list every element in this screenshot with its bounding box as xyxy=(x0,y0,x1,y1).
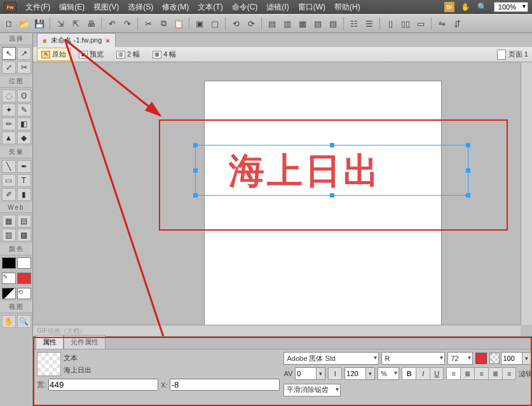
object-name[interactable]: 海上日出 xyxy=(64,365,92,375)
align2-icon[interactable]: ▥ xyxy=(281,17,294,30)
canvas[interactable]: 海上日出 xyxy=(33,62,521,325)
align-center-button[interactable]: ≣ xyxy=(460,367,474,380)
rect-tool[interactable]: ▭ xyxy=(2,174,16,187)
bucket-tool[interactable]: ▲ xyxy=(2,132,16,144)
tab-properties[interactable]: 属性 xyxy=(36,335,64,349)
align5-icon[interactable]: ▨ xyxy=(327,17,339,30)
view-2up[interactable]: ▥2 幅 xyxy=(112,48,144,61)
distribute2-icon[interactable]: ☰ xyxy=(363,17,376,30)
kerning-input[interactable] xyxy=(295,367,317,380)
ungroup-icon[interactable]: ▢ xyxy=(208,17,221,30)
undo-icon[interactable]: ↶ xyxy=(106,17,118,30)
align1-icon[interactable]: ▤ xyxy=(266,17,278,30)
show-slice-tool[interactable]: ▩ xyxy=(17,229,31,241)
menu-command[interactable]: 命令(C) xyxy=(232,2,258,13)
menu-filter[interactable]: 滤镜(I) xyxy=(266,2,289,13)
pages-icon[interactable]: ▯▯ xyxy=(399,17,412,30)
hand-tool[interactable]: ✋ xyxy=(2,315,16,328)
line-tool[interactable]: ╲ xyxy=(2,160,16,173)
bold-button[interactable]: B xyxy=(402,367,416,380)
hand-icon[interactable]: ✋ xyxy=(461,2,471,12)
align4-icon[interactable]: ▧ xyxy=(311,17,324,30)
copy-icon[interactable]: ⧉ xyxy=(157,17,170,30)
marquee-tool[interactable]: ◌ xyxy=(2,90,16,102)
document-tab[interactable]: ■ 未命名 -1.fw.png × xyxy=(37,33,116,47)
stroke-picker[interactable] xyxy=(17,257,31,269)
menu-select[interactable]: 选择(S) xyxy=(128,2,153,13)
text-tool[interactable]: T xyxy=(17,174,31,187)
text-color-swatch[interactable] xyxy=(475,353,487,364)
swap-colors[interactable]: ⟲ xyxy=(17,288,31,299)
leading-input[interactable] xyxy=(344,367,366,380)
fill-swatch[interactable] xyxy=(17,273,31,284)
import-icon[interactable]: ⇲ xyxy=(54,17,67,30)
page-label[interactable]: 页面 1 xyxy=(508,50,528,59)
states-icon[interactable]: ▭ xyxy=(414,17,427,30)
italic-button[interactable]: I xyxy=(416,367,430,380)
export-icon[interactable]: ⇱ xyxy=(69,17,82,30)
default-colors[interactable] xyxy=(2,288,16,299)
x-input[interactable] xyxy=(170,379,280,391)
horizontal-scrollbar[interactable] xyxy=(33,325,521,336)
menu-edit[interactable]: 编辑(E) xyxy=(59,2,85,13)
view-original[interactable]: ✎原始 xyxy=(37,48,71,61)
cut-icon[interactable]: ✂ xyxy=(142,17,154,30)
lasso-tool[interactable]: ʘ xyxy=(17,90,31,102)
font-family-select[interactable]: Adobe 黑体 Std xyxy=(283,352,379,365)
menu-modify[interactable]: 修改(M) xyxy=(162,2,189,13)
crop-tool[interactable]: ✂ xyxy=(17,61,31,74)
leading-unit[interactable]: % xyxy=(378,367,399,380)
align-stretch-button[interactable]: ≡ xyxy=(502,367,516,380)
eraser-tool[interactable]: ◧ xyxy=(17,118,31,130)
menu-text[interactable]: 文本(T) xyxy=(198,2,222,13)
flip-v-icon[interactable]: ⇵ xyxy=(451,17,463,30)
hide-slice-tool[interactable]: ▥ xyxy=(2,229,16,241)
print-icon[interactable]: 🖶 xyxy=(85,17,97,30)
align-justify-button[interactable]: ≣ xyxy=(488,367,502,380)
width-input[interactable] xyxy=(48,379,158,391)
pointer-tool[interactable]: ↖ xyxy=(2,47,16,60)
brush-tool[interactable]: ✎ xyxy=(17,104,31,116)
zoom-tool[interactable]: 🔍 xyxy=(17,315,31,328)
stroke-swatch[interactable] xyxy=(2,257,16,269)
save-icon[interactable]: 💾 xyxy=(33,17,46,30)
close-tab-icon[interactable]: × xyxy=(106,37,109,44)
menu-view[interactable]: 视图(V) xyxy=(93,2,119,13)
menu-window[interactable]: 窗口(W) xyxy=(298,2,325,13)
zoom-level[interactable]: 100% xyxy=(494,2,528,12)
view-4up[interactable]: ▦4 幅 xyxy=(148,48,181,61)
antialias-select[interactable]: 平滑消除锯齿 xyxy=(283,384,341,396)
redo-icon[interactable]: ↷ xyxy=(121,17,133,30)
distribute1-icon[interactable]: ☷ xyxy=(348,17,360,30)
vertical-scrollbar[interactable] xyxy=(521,62,532,325)
rotate-ccw-icon[interactable]: ⟲ xyxy=(229,17,242,30)
alpha-input[interactable] xyxy=(501,352,522,365)
stamp-tool[interactable]: ◆ xyxy=(17,132,31,144)
underline-button[interactable]: U xyxy=(430,367,444,380)
hotspot-tool[interactable]: ▦ xyxy=(2,215,16,227)
align3-icon[interactable]: ▦ xyxy=(296,17,309,30)
align-left-button[interactable]: ≡ xyxy=(446,367,460,380)
slice-tool[interactable]: ▤ xyxy=(17,215,31,227)
knife-tool[interactable]: ▮ xyxy=(17,188,31,201)
page-icon[interactable]: ▯ xyxy=(384,17,397,30)
flip-h-icon[interactable]: ⇋ xyxy=(435,17,448,30)
fill-swatch-icon[interactable]: ✎ xyxy=(2,273,16,284)
pen-tool[interactable]: ✒ xyxy=(17,160,31,173)
menu-file[interactable]: 文件(F) xyxy=(25,2,50,13)
font-size-select[interactable]: 72 xyxy=(447,352,473,365)
view-preview[interactable]: ▣预览 xyxy=(74,48,108,61)
new-icon[interactable]: 🗋 xyxy=(3,17,15,30)
align-right-button[interactable]: ≡ xyxy=(474,367,488,380)
group-icon[interactable]: ▣ xyxy=(193,17,206,30)
wand-tool[interactable]: ✦ xyxy=(2,104,16,116)
freeform-tool[interactable]: ✐ xyxy=(2,188,16,201)
subselect-tool[interactable]: ↗ xyxy=(17,47,31,60)
zoom-icon[interactable]: 🔍 xyxy=(477,2,488,12)
paste-icon[interactable]: 📋 xyxy=(172,17,185,30)
page-icon[interactable] xyxy=(497,50,506,60)
text-selection[interactable]: 海上日出 xyxy=(195,145,468,196)
scale-tool[interactable]: ⤢ xyxy=(2,61,16,74)
font-style-select[interactable]: R xyxy=(381,352,445,365)
bridge-icon[interactable]: Br xyxy=(444,2,454,12)
